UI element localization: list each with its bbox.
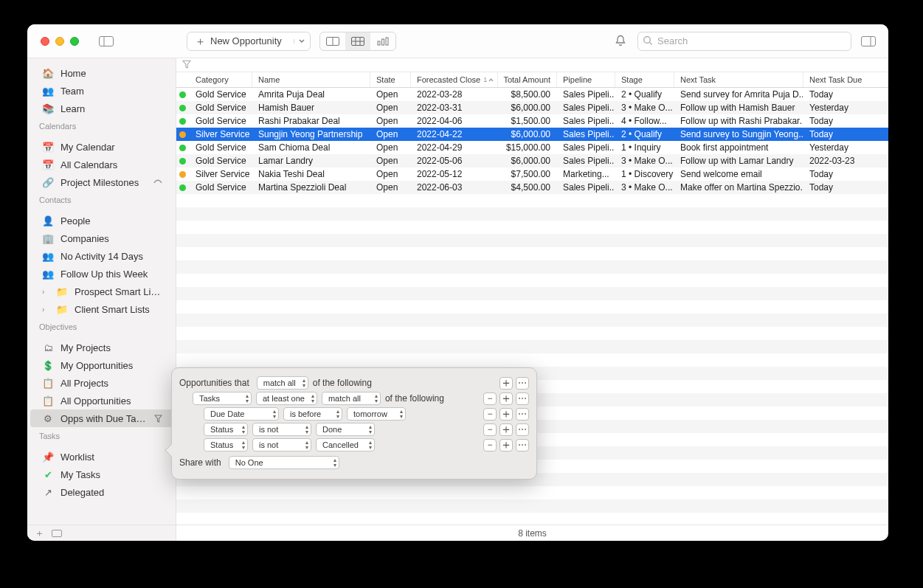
- sidebar-item-worklist[interactable]: 📌Worklist: [30, 448, 173, 466]
- view-columns-button[interactable]: [320, 32, 345, 50]
- search-field[interactable]: [637, 32, 851, 51]
- sidebar-item-my-tasks[interactable]: ✔︎My Tasks: [30, 466, 173, 483]
- sidebar-item-my-projects[interactable]: 🗂My Projects: [30, 339, 173, 356]
- sidebar-item-project-milestones[interactable]: 🔗Project Milestones: [30, 173, 173, 191]
- rule-menu-button[interactable]: ⋯: [516, 423, 529, 436]
- zoom-window-button[interactable]: [70, 37, 79, 46]
- col-total-amount[interactable]: Total Amount: [498, 72, 557, 87]
- rule-menu-button[interactable]: ⋯: [516, 392, 529, 405]
- field-select[interactable]: Status▴▾: [204, 423, 248, 436]
- add-button[interactable]: ＋: [35, 527, 44, 540]
- sidebar-item-learn[interactable]: 📚Learn: [30, 100, 173, 117]
- sidebar-item-all-opportunities[interactable]: 📋All Opportunities: [30, 392, 173, 409]
- match-mode-select-2[interactable]: match all▴▾: [322, 392, 381, 405]
- table-row[interactable]: Gold ServiceLamar LandryOpen2022-05-06$6…: [176, 154, 888, 167]
- toggle-sidebar-button[interactable]: [97, 34, 116, 49]
- cell-category: Gold Service: [190, 141, 252, 154]
- add-rule-button[interactable]: ＋: [499, 423, 513, 436]
- cell-next-task: Follow up with Lamar Landry: [674, 154, 803, 167]
- new-opportunity-menu-button[interactable]: [294, 39, 310, 44]
- sidebar-item-client-lists[interactable]: ›📁Client Smart Lists: [30, 300, 173, 318]
- sidebar-item-my-calendar[interactable]: 📅My Calendar: [30, 138, 173, 156]
- sidebar-item-my-opportunities[interactable]: 💲My Opportunities: [30, 356, 173, 374]
- building-icon: 🏢: [42, 232, 54, 244]
- sort-indicator: 1: [483, 76, 494, 83]
- col-stage[interactable]: Stage: [615, 72, 674, 87]
- remove-rule-button[interactable]: −: [483, 392, 497, 405]
- match-mode-select[interactable]: match all▴▾: [257, 376, 308, 390]
- table-row[interactable]: Gold ServiceSam Chioma DealOpen2022-04-2…: [176, 141, 888, 154]
- cell-amount: $6,000.00: [498, 101, 557, 114]
- sidebar-item-team[interactable]: 👥Team: [30, 82, 173, 100]
- sidebar-item-people[interactable]: 👤People: [30, 212, 173, 229]
- add-rule-button[interactable]: ＋: [499, 392, 513, 405]
- table-row[interactable]: Silver ServiceSungjin Yeong PartnershipO…: [176, 128, 888, 141]
- shared-icon: [153, 179, 162, 186]
- search-input[interactable]: [637, 32, 851, 51]
- filter-indicator-bar[interactable]: [176, 58, 888, 72]
- sidebar-item-all-calendars[interactable]: 📅All Calendars: [30, 156, 173, 173]
- cell-due: 2022-03-23: [803, 154, 888, 167]
- view-chart-button[interactable]: [370, 32, 395, 50]
- table-row[interactable]: Gold ServiceMartina Spezzioli DealOpen20…: [176, 181, 888, 194]
- sidebar-item-no-activity[interactable]: 👥No Activity 14 Days: [30, 247, 173, 265]
- list-icon: 📋: [42, 377, 54, 389]
- value-select[interactable]: Done▴▾: [316, 423, 375, 436]
- col-category[interactable]: Category: [190, 72, 252, 87]
- table-row[interactable]: Gold ServiceAmrita Puja DealOpen2022-03-…: [176, 88, 888, 101]
- col-pipeline[interactable]: Pipeline: [557, 72, 615, 87]
- sidebar-item-follow-up-week[interactable]: 👥Follow Up this Week: [30, 265, 173, 283]
- disclosure-icon[interactable]: ›: [42, 305, 49, 314]
- operator-select[interactable]: is not▴▾: [252, 423, 311, 436]
- add-rule-button[interactable]: ＋: [499, 408, 513, 421]
- new-opportunity-button[interactable]: ＋New Opportunity: [187, 32, 311, 51]
- quantifier-select[interactable]: at least one▴▾: [256, 392, 317, 405]
- add-rule-button[interactable]: ＋: [499, 377, 513, 390]
- remove-rule-button[interactable]: −: [483, 423, 497, 436]
- add-rule-button[interactable]: ＋: [499, 439, 513, 452]
- rule-menu-button[interactable]: ⋯: [516, 408, 529, 421]
- sidebar-heading-tasks: Tasks: [27, 429, 176, 442]
- sidebar-item-companies[interactable]: 🏢Companies: [30, 229, 173, 247]
- operator-select[interactable]: is before▴▾: [283, 407, 342, 421]
- calendar-icon: 📅: [42, 141, 54, 153]
- close-window-button[interactable]: [41, 37, 49, 46]
- smartlist-icon: 👥: [42, 250, 54, 262]
- col-state[interactable]: State: [370, 72, 411, 87]
- col-forecasted-close[interactable]: Forecasted Close1: [411, 72, 498, 87]
- sidebar-item-all-projects[interactable]: 📋All Projects: [30, 374, 173, 392]
- table-row[interactable]: Silver ServiceNakia Teshi DealOpen2022-0…: [176, 167, 888, 181]
- settings-icon[interactable]: [52, 530, 62, 537]
- disclosure-icon[interactable]: ›: [42, 288, 49, 296]
- value-select[interactable]: Cancelled▴▾: [316, 438, 375, 452]
- value-select[interactable]: tomorrow▴▾: [347, 407, 406, 421]
- col-color[interactable]: [176, 72, 190, 87]
- notifications-button[interactable]: [611, 34, 630, 49]
- toggle-inspector-button[interactable]: [859, 34, 878, 49]
- rule-menu-button[interactable]: ⋯: [516, 439, 529, 452]
- sidebar-item-home[interactable]: 🏠Home: [30, 64, 173, 82]
- col-name[interactable]: Name: [252, 72, 370, 87]
- subject-select[interactable]: Tasks▴▾: [193, 392, 252, 405]
- table-row[interactable]: Gold ServiceRashi Prabakar DealOpen2022-…: [176, 114, 888, 128]
- sidebar-item-opps-due-tasks[interactable]: ⚙︎Opps with Due Tasks: [30, 409, 173, 427]
- project-icon: 🗂: [42, 342, 54, 353]
- col-next-task-due[interactable]: Next Task Due: [803, 72, 888, 87]
- rule-menu-button[interactable]: ⋯: [516, 377, 529, 390]
- svg-line-12: [650, 42, 652, 44]
- operator-select[interactable]: is not▴▾: [252, 438, 311, 452]
- cell-stage: 3 • Make O...: [615, 154, 674, 167]
- remove-rule-button[interactable]: −: [483, 408, 497, 421]
- cell-state: Open: [370, 154, 411, 167]
- table-row[interactable]: Gold ServiceHamish BauerOpen2022-03-31$6…: [176, 101, 888, 114]
- view-table-button[interactable]: [345, 32, 370, 50]
- sidebar-item-delegated[interactable]: ↗︎Delegated: [30, 483, 173, 501]
- col-next-task[interactable]: Next Task: [674, 72, 803, 87]
- minimize-window-button[interactable]: [55, 37, 64, 46]
- sidebar-item-prospect-lists[interactable]: ›📁Prospect Smart Lists: [30, 283, 173, 300]
- field-select[interactable]: Status▴▾: [204, 438, 248, 452]
- filter-prefix-label: Opportunities that: [179, 378, 252, 388]
- field-select[interactable]: Due Date▴▾: [204, 407, 279, 421]
- share-with-select[interactable]: No One▴▾: [229, 456, 339, 469]
- remove-rule-button[interactable]: −: [483, 439, 497, 452]
